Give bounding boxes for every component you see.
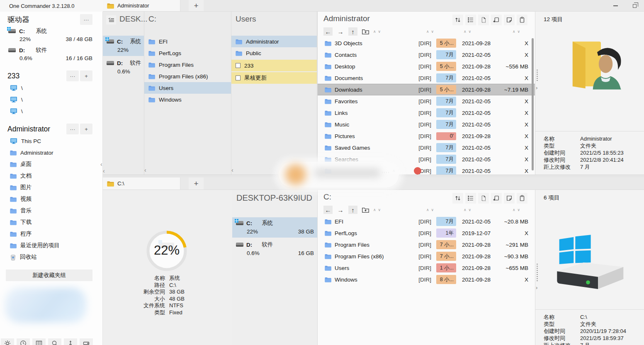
folder-row[interactable]: 果核更新 (231, 72, 317, 84)
new-file-icon[interactable] (478, 193, 489, 204)
settings-icon[interactable] (1, 338, 14, 345)
maximize-restore-button[interactable] (625, 0, 644, 12)
note-icon[interactable] (504, 193, 515, 204)
collapse-column-icon[interactable]: ‹ (231, 167, 233, 173)
sidebar-item[interactable]: Administrator (0, 147, 102, 158)
property-row: 创建时间 2021/2/5 18:55:23 (544, 149, 644, 156)
forward-button[interactable]: → (336, 27, 345, 36)
paste-icon[interactable] (517, 15, 527, 25)
file-row[interactable]: Favorites [DIR] 7月 2021-02-05 X (318, 95, 535, 107)
sidebar-item[interactable]: 图片 (0, 182, 102, 193)
folder-row[interactable]: PerfLogs (144, 47, 231, 59)
folder-row[interactable]: Administrator (231, 36, 317, 47)
tag-checkbox[interactable] (236, 75, 241, 80)
view-list-icon[interactable] (465, 15, 476, 25)
forward-button[interactable]: → (336, 206, 345, 214)
tag-checkbox[interactable] (236, 63, 241, 68)
folder-row[interactable]: Windows (144, 94, 231, 105)
file-row[interactable]: PerfLogs [DIR] 1年 2019-12-07 X (318, 227, 535, 239)
admin-add-button[interactable]: + (80, 124, 92, 134)
group-233-menu-button[interactable]: ··· (66, 70, 79, 81)
folder-row[interactable]: Public (231, 47, 317, 59)
sidebar-item[interactable]: This PC (0, 135, 102, 147)
clock-icon[interactable] (17, 338, 30, 345)
file-row[interactable]: Saved Games [DIR] 7月 2021-02-05 X (318, 142, 535, 153)
drive-entry[interactable]: D: 软件 0.6% 16 GB (232, 239, 317, 259)
file-row[interactable]: Music [DIR] 7月 2021-02-05 X (318, 119, 535, 130)
add-tab-button[interactable]: + (189, 177, 204, 190)
sidebar-item[interactable]: 文档 (0, 170, 102, 182)
column-sort-date[interactable]: ∧∨ (464, 29, 473, 34)
sidebar-item[interactable]: 回收站 (0, 251, 102, 263)
file-row[interactable]: Users [DIR] 1 小... 2021-09-28 ~655 MB (318, 262, 535, 274)
drive-entry[interactable]: C: 系统 22% 38 GB (232, 217, 317, 238)
folder-row[interactable]: Program Files (144, 59, 231, 70)
up-button[interactable]: ↑ (348, 27, 357, 36)
folder-row[interactable]: EFI (144, 36, 231, 47)
file-row[interactable]: Contacts [DIR] 7月 2021-02-05 X (318, 49, 535, 61)
sort-icon[interactable] (452, 15, 463, 25)
sidebar-item[interactable]: 音乐 (0, 205, 102, 216)
drive-tool-icon[interactable] (80, 338, 93, 345)
sidebar-drive[interactable]: C: 系统 22% 38 / 48 GB (0, 26, 102, 45)
file-row[interactable]: Program Files [DIR] 7 小... 2021-09-28 ~2… (318, 239, 535, 250)
sidebar-drive[interactable]: D: 软件 0.6% 16 / 16 GB (0, 45, 102, 64)
drives-menu-button[interactable]: ··· (80, 14, 92, 25)
admin-menu-button[interactable]: ··· (66, 124, 79, 134)
back-button[interactable]: ← (323, 27, 333, 36)
sidebar-item[interactable]: 桌面 (0, 158, 102, 170)
new-favorites-group-button[interactable]: 新建收藏夹组 (6, 270, 92, 281)
note-icon[interactable] (504, 15, 515, 25)
file-row[interactable]: 3D Objects [DIR] 5 小... 2021-09-28 X (318, 37, 535, 49)
drive-entry[interactable]: D: 软件 0.6% (103, 57, 144, 78)
column-sort-type[interactable]: ∧∨ (426, 208, 436, 212)
collapse-column-icon[interactable]: ‹ (103, 168, 105, 174)
file-row[interactable]: Pictures [DIR] 0' 2021-09-28 X (318, 130, 535, 142)
back-button[interactable]: ← (323, 206, 333, 214)
minimize-button[interactable] (606, 0, 625, 12)
folder-up-icon[interactable] (361, 206, 370, 214)
folder-row[interactable]: Program Files (x86) (144, 70, 231, 82)
folder-up-icon[interactable] (361, 27, 370, 36)
paste-icon[interactable] (517, 193, 527, 204)
file-row[interactable]: Links [DIR] 7月 2021-02-05 X (318, 107, 535, 119)
new-pane-icon[interactable] (491, 193, 502, 204)
sidebar-item[interactable]: 下载 (0, 216, 102, 228)
sidebar-item[interactable]: 最近使用的项目 (0, 240, 102, 251)
collapse-column-icon[interactable]: ‹ (144, 167, 146, 173)
tab-administrator[interactable]: Administrator (103, 0, 180, 11)
drive-entry[interactable]: C: 系统 22% (103, 36, 144, 56)
file-row[interactable]: Downloads [DIR] 5 小... 2021-09-28 ~7.19 … (318, 84, 535, 95)
sidebar-item[interactable]: 视频 (0, 193, 102, 205)
collapse-column-icon[interactable]: ‹ (100, 161, 102, 168)
network-path-item[interactable]: \ (0, 82, 102, 94)
new-pane-icon[interactable] (491, 15, 502, 25)
folder-row[interactable]: Users (144, 82, 231, 94)
new-file-icon[interactable] (478, 15, 489, 25)
column-sort-type[interactable]: ∧∨ (426, 29, 436, 34)
sidebar-item[interactable]: 程序 (0, 228, 102, 240)
sort-asc-desc[interactable]: ∧∨ (373, 208, 383, 212)
folder-row[interactable]: 233 (231, 60, 317, 71)
sort-asc-desc[interactable]: ∧∨ (373, 29, 383, 34)
file-row[interactable]: Program Files (x86) [DIR] 7 小... 2021-09… (318, 250, 535, 262)
file-row[interactable]: Documents [DIR] 7月 2021-02-05 X (318, 72, 535, 84)
add-tab-button[interactable]: + (189, 0, 204, 11)
group-233-add-button[interactable]: + (80, 70, 92, 81)
scrollbar[interactable] (532, 38, 534, 170)
up-button[interactable]: ↑ (348, 206, 357, 214)
view-list-icon[interactable] (465, 193, 476, 204)
layout-columns-icon[interactable] (32, 338, 46, 345)
column-sort-size[interactable]: ∧∨ (513, 29, 522, 34)
tab-c-drive[interactable]: C:\ (103, 177, 180, 190)
file-row[interactable]: EFI [DIR] 7月 2021-02-05 ~20.8 MB (318, 216, 535, 227)
sort-icon[interactable] (452, 193, 463, 204)
file-row[interactable]: Windows [DIR] 8 小... 2021-09-28 X (318, 274, 535, 285)
search-icon[interactable] (48, 338, 61, 345)
column-sort-date[interactable]: ∧∨ (464, 208, 473, 212)
network-path-item[interactable]: \ (0, 105, 102, 117)
column-sort-size[interactable]: ∧∨ (513, 208, 522, 212)
network-path-item[interactable]: \ (0, 94, 102, 105)
file-row[interactable]: Desktop [DIR] 5 小... 2021-09-28 ~556 MB (318, 61, 535, 72)
pin-icon[interactable] (64, 338, 77, 345)
